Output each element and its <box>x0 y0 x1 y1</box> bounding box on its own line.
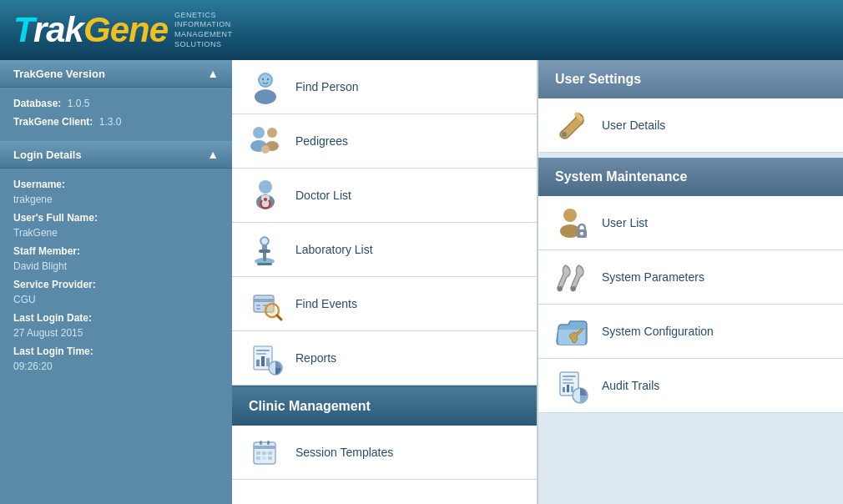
system-configuration-item[interactable]: System Configuration <box>538 305 843 359</box>
svg-rect-61 <box>571 386 573 392</box>
svg-rect-37 <box>254 446 275 449</box>
svg-rect-55 <box>563 375 576 377</box>
user-settings-header[interactable]: User Settings <box>538 60 843 98</box>
logo-trak: Trak <box>13 10 83 50</box>
clinic-management-header[interactable]: Clinic Management <box>232 386 537 426</box>
svg-rect-20 <box>257 263 272 265</box>
database-row: Database: 1.0.5 <box>13 96 219 111</box>
svg-point-4 <box>267 78 269 80</box>
svg-rect-22 <box>254 299 274 302</box>
lastdate-label: Last Login Date: <box>13 312 92 324</box>
username-value: trakgene <box>13 194 53 205</box>
find-events-item[interactable]: Find Events <box>232 277 537 331</box>
laboratory-list-label: Laboratory List <box>295 243 373 256</box>
svg-point-10 <box>259 180 272 194</box>
doctor-list-icon <box>245 175 285 215</box>
login-title: Login Details <box>13 149 82 161</box>
svg-rect-38 <box>256 451 260 455</box>
database-label: Database: <box>13 98 61 109</box>
left-column: Find Person Pedigrees <box>232 60 538 504</box>
provider-value: CGU <box>13 294 36 305</box>
system-parameters-item[interactable]: System Parameters <box>538 250 843 305</box>
audit-trails-item[interactable]: Audit Trails <box>538 359 843 413</box>
fullname-value: TrakGene <box>13 227 58 239</box>
find-person-item[interactable]: Find Person <box>232 60 537 114</box>
audit-trails-label: Audit Trails <box>602 379 659 392</box>
svg-point-13 <box>264 198 267 201</box>
lasttime-value: 09:26:20 <box>13 360 53 372</box>
staff-label: Staff Member: <box>13 245 80 257</box>
svg-rect-41 <box>256 456 260 460</box>
session-templates-label: Session Templates <box>295 446 393 459</box>
version-header[interactable]: TrakGene Version ▲ <box>0 60 232 88</box>
login-info: Username: trakgene User's Full Name: Tra… <box>0 169 232 386</box>
svg-rect-23 <box>256 305 260 306</box>
svg-point-51 <box>580 232 583 235</box>
system-maintenance-title: System Maintenance <box>555 169 687 184</box>
user-details-label: User Details <box>602 118 665 132</box>
version-title: TrakGene Version <box>13 68 105 80</box>
find-person-icon <box>245 67 285 107</box>
logo: Trak Gene GENETICS INFORMATION MANAGEMEN… <box>13 10 233 50</box>
lasttime-row: Last Login Time: 09:26:20 <box>13 344 219 374</box>
user-settings-title: User Settings <box>555 72 641 86</box>
version-info: Database: 1.0.5 TrakGene Client: 1.3.0 <box>0 88 232 141</box>
lastdate-value: 27 August 2015 <box>13 327 83 339</box>
content-area: Find Person Pedigrees <box>232 60 843 504</box>
laboratory-list-item[interactable]: Laboratory List <box>232 223 537 277</box>
find-events-label: Find Events <box>295 297 357 310</box>
svg-rect-40 <box>268 451 272 455</box>
app-header: Trak Gene GENETICS INFORMATION MANAGEMEN… <box>0 0 843 60</box>
svg-point-5 <box>253 127 265 139</box>
laboratory-list-icon <box>245 229 285 270</box>
user-list-item[interactable]: User List <box>538 196 843 250</box>
client-label: TrakGene Client: <box>13 116 93 128</box>
reports-icon <box>245 338 285 378</box>
user-list-icon <box>552 203 592 243</box>
provider-row: Service Provider: CGU <box>13 277 219 307</box>
reports-item[interactable]: Reports <box>232 331 537 386</box>
session-templates-item[interactable]: Session Templates <box>232 426 537 480</box>
main-layout: TrakGene Version ▲ Database: 1.0.5 TrakG… <box>0 60 843 504</box>
login-header[interactable]: Login Details ▲ <box>0 141 232 169</box>
pedigrees-label: Pedigrees <box>295 134 348 148</box>
client-value: 1.3.0 <box>99 116 122 128</box>
login-collapse-btn[interactable]: ▲ <box>207 148 219 161</box>
svg-rect-57 <box>563 382 574 384</box>
svg-point-9 <box>261 145 270 154</box>
doctor-list-label: Doctor List <box>295 189 351 202</box>
staff-row: Staff Member: David Blight <box>13 244 219 274</box>
username-row: Username: trakgene <box>13 177 219 207</box>
svg-rect-43 <box>268 456 272 460</box>
find-person-label: Find Person <box>295 80 358 93</box>
svg-rect-32 <box>256 360 260 366</box>
svg-point-2 <box>260 74 271 86</box>
doctor-list-item[interactable]: Doctor List <box>232 169 537 223</box>
session-templates-icon <box>245 432 285 472</box>
svg-rect-30 <box>256 350 270 351</box>
client-row: TrakGene Client: 1.3.0 <box>13 114 219 129</box>
system-parameters-icon <box>552 257 592 297</box>
svg-rect-59 <box>563 387 565 392</box>
svg-point-53 <box>571 286 576 291</box>
version-collapse-btn[interactable]: ▲ <box>207 67 219 80</box>
svg-point-3 <box>262 78 264 80</box>
svg-point-48 <box>563 209 577 222</box>
pedigrees-icon <box>245 121 285 161</box>
system-parameters-label: System Parameters <box>602 270 704 284</box>
user-details-item[interactable]: User Details <box>538 98 843 153</box>
system-configuration-label: System Configuration <box>602 325 714 338</box>
lastdate-row: Last Login Date: 27 August 2015 <box>13 310 219 340</box>
lasttime-label: Last Login Time: <box>13 345 93 357</box>
user-details-icon <box>552 105 592 145</box>
svg-rect-45 <box>267 441 270 445</box>
svg-point-52 <box>558 286 563 291</box>
pedigrees-item[interactable]: Pedigrees <box>232 114 537 169</box>
svg-rect-44 <box>260 441 262 445</box>
logo-subtitle: GENETICS INFORMATION MANAGEMENT SOLUTION… <box>174 11 233 50</box>
database-value: 1.0.5 <box>68 98 90 109</box>
user-list-label: User List <box>602 216 648 229</box>
system-maintenance-header[interactable]: System Maintenance <box>538 158 843 196</box>
svg-line-28 <box>277 315 281 320</box>
svg-point-1 <box>255 89 276 104</box>
